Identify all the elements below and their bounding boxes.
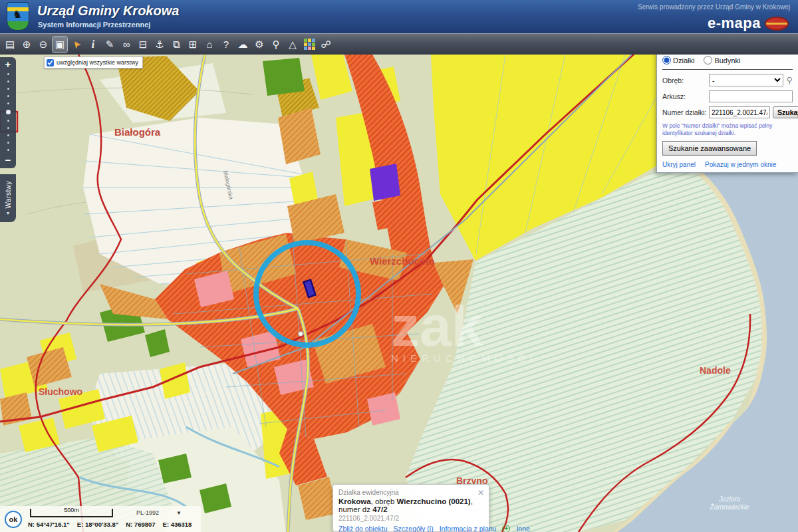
zoom-level-dot[interactable] — [7, 142, 9, 144]
compare-icon[interactable]: △ — [285, 37, 300, 53]
all-layers-option: uwzględniaj wszystkie warstwy — [44, 57, 143, 68]
radio-dzialki-input[interactable] — [662, 56, 671, 65]
street-view-icon[interactable]: ☍ — [319, 37, 333, 53]
ok-button[interactable]: ok — [5, 511, 22, 528]
coordinates-readout: N: 54°47'16.1"E: 18°00'33.8"N: 769807E: … — [28, 521, 192, 528]
popup-link[interactable]: Informacja z planu — [440, 525, 497, 532]
popup-title: Działka ewidencyjna — [338, 489, 483, 496]
radio-dzialki[interactable]: Działki — [662, 56, 694, 65]
zoom-level-dot[interactable] — [7, 73, 9, 75]
svg-text:NIERUCHOMOŚCI: NIERUCHOMOŚCI — [391, 352, 537, 364]
hide-panel-link[interactable]: Ukryj panel — [662, 161, 696, 168]
polygon-icon[interactable]: ⌂ — [202, 37, 217, 53]
popup-link-inne[interactable]: Inne — [516, 525, 529, 532]
object-type-radios: Działki Budynki — [662, 56, 793, 70]
header-bar: ♞ Urząd Gminy Krokowa System Informacji … — [0, 0, 798, 33]
parcel-info-popup: Działka ewidencyjna Krokowa, obręb Wierz… — [332, 484, 489, 532]
obreb-select[interactable]: - — [709, 74, 783, 86]
szukaj-button[interactable]: Szukaj — [773, 106, 798, 118]
zoom-level-dot[interactable] — [7, 127, 9, 129]
legend-grid-icon[interactable] — [302, 37, 317, 53]
village-center-dot — [299, 332, 303, 336]
search-location-icon[interactable]: ⚲ — [269, 37, 283, 53]
coordinate-value: N: 54°47'16.1" — [28, 521, 70, 528]
popup-parcel-id: 221106_2.0021.47/2 — [338, 515, 483, 522]
zoom-level-dot[interactable] — [7, 102, 9, 104]
obreb-search-icon[interactable]: ⚲ — [786, 75, 793, 85]
single-window-link[interactable]: Pokazuj w jednym oknie — [705, 161, 776, 168]
place-label-słuchowo: Słuchowo — [39, 386, 82, 397]
zoom-in-icon[interactable]: ⊕ — [19, 37, 34, 53]
cloud-icon[interactable]: ☁ — [235, 37, 250, 53]
help-icon[interactable]: ? — [219, 37, 233, 53]
panel-footer-links: Ukryj panel Pokazuj w jednym oknie — [662, 161, 793, 168]
zoom-level-dot[interactable] — [7, 88, 9, 90]
layers-icon[interactable]: ▤ — [3, 37, 17, 53]
scale-label: 500m — [31, 507, 112, 513]
zoom-level-dot[interactable] — [6, 110, 11, 114]
popup-link[interactable]: Szczegóły (i) — [394, 525, 434, 532]
popup-close-icon[interactable]: ✕ — [477, 488, 484, 497]
coordinate-value: E: 18°00'33.8" — [77, 521, 118, 528]
app-subtitle: System Informacji Przestrzennej — [38, 21, 150, 29]
arkusz-label: Arkusz: — [662, 92, 709, 100]
anchor-icon[interactable]: ⚓ — [152, 37, 167, 53]
search-hint-text: W pole "Numer działki" można wpisać pełn… — [662, 122, 793, 136]
zoom-level-dot[interactable] — [7, 95, 9, 97]
app-window: zak NIERUCHOMOŚCI BiałogóraWierzchucinoS… — [0, 0, 798, 532]
all-layers-checkbox-label: uwzględniaj wszystkie warstwy — [57, 59, 138, 66]
service-note: Serwis prowadzony przez Urząd Gminy w Kr… — [638, 3, 790, 11]
status-bar: ok 500m PL-1992▼ N: 54°47'16.1"E: 18°00'… — [0, 506, 201, 532]
settings-icon[interactable]: ⚙ — [252, 37, 267, 53]
print-icon[interactable]: ⊟ — [136, 37, 150, 53]
numer-dzialki-label: Numer działki: — [662, 108, 709, 116]
measure-icon[interactable]: ✎ — [102, 37, 117, 53]
svg-text:zak: zak — [391, 294, 483, 358]
coordinate-value: N: 769807 — [126, 521, 155, 528]
popup-parcel-line: Krokowa, obręb Wierzchucino (0021), nume… — [338, 497, 483, 513]
layers-tab-arrow-icon: ▼ — [6, 211, 11, 215]
all-layers-checkbox[interactable] — [47, 59, 54, 66]
advanced-search-button[interactable]: Szukanie zaawansowane — [662, 141, 757, 156]
numer-dzialki-input[interactable] — [709, 106, 770, 118]
zoom-in-button[interactable]: + — [5, 59, 11, 70]
info-icon[interactable]: i — [86, 37, 100, 53]
more-actions-plus-icon[interactable]: + — [502, 525, 510, 532]
map-toolbar: ▤⊕⊖▣➤i✎∞⊟⚓⧉⊞⌂?☁⚙⚲△☍ — [0, 33, 798, 55]
zoom-level-dot[interactable] — [7, 149, 9, 151]
window-layout-icon[interactable]: ⊞ — [186, 37, 200, 53]
zoom-level-dot[interactable] — [7, 134, 9, 136]
zoom-out-icon[interactable]: ⊖ — [36, 37, 51, 53]
geoportal-logo-icon — [765, 17, 789, 31]
chevron-down-icon: ▼ — [176, 510, 182, 516]
griffin-icon: ♞ — [13, 9, 22, 20]
emapa-brand[interactable]: e-mapa — [708, 15, 789, 32]
municipality-coat-of-arms: ♞ — [7, 2, 29, 31]
scale-bar: 500m — [30, 509, 113, 517]
arkusz-input[interactable] — [709, 90, 793, 102]
crs-selector[interactable]: PL-1992▼ — [136, 509, 182, 516]
panel-body: Działki Budynki Obręb: - ⚲ Arkusz: Numer… — [656, 51, 798, 173]
place-label-wierzchucino: Wierzchucino — [370, 255, 434, 267]
zoom-level-dots — [6, 73, 11, 151]
zoom-level-dot[interactable] — [7, 120, 9, 122]
pointer-icon[interactable]: ➤ — [66, 34, 87, 55]
layers-panel-tab[interactable]: Warstwy ▼ — [0, 174, 16, 222]
radio-budynki[interactable]: Budynki — [704, 56, 740, 65]
obreb-label: Obręb: — [662, 76, 709, 84]
zoom-level-dot[interactable] — [7, 80, 9, 82]
zoom-slider: + − — [0, 57, 16, 168]
search-panel: WspółrzędneAdresyPlanyDziałkiObiekty✕ Dz… — [656, 37, 798, 173]
copy-icon[interactable]: ⧉ — [169, 37, 184, 53]
link-icon[interactable]: ∞ — [119, 37, 134, 53]
zoom-out-button[interactable]: − — [5, 154, 11, 166]
popup-link[interactable]: Zbliż do obiektu — [338, 525, 388, 532]
layers-tab-label: Warstwy — [5, 181, 12, 208]
svg-text:Jezioro: Jezioro — [718, 495, 741, 503]
emapa-logo-text: e-mapa — [708, 15, 761, 32]
svg-text:Żarnowieckie: Żarnowieckie — [710, 503, 749, 511]
place-label-białogóra: Białogóra — [114, 126, 161, 138]
radio-budynki-input[interactable] — [704, 56, 712, 65]
place-label-nadole: Nadole — [700, 365, 731, 376]
select-area-icon[interactable]: ▣ — [53, 37, 67, 53]
